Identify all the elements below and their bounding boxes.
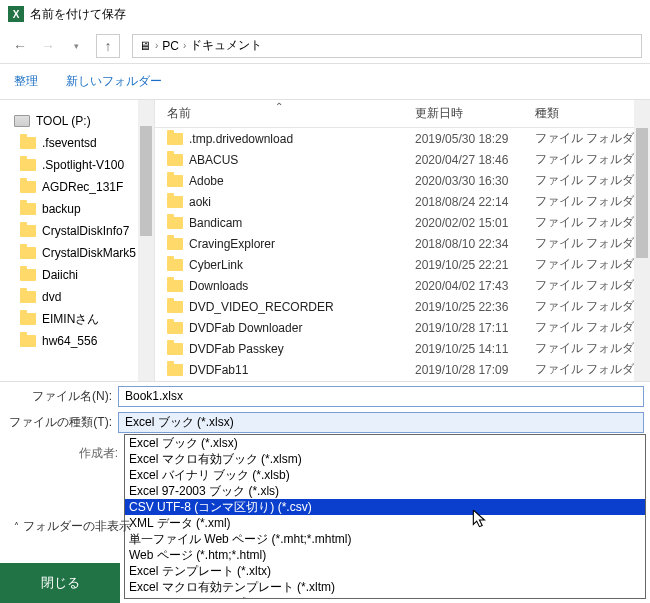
file-name: Downloads (189, 279, 248, 293)
file-type: ファイル フォルダー (535, 193, 650, 210)
breadcrumb[interactable]: 🖥 › PC › ドキュメント (132, 34, 642, 58)
sidebar-item[interactable]: dvd (0, 286, 154, 308)
sort-arrow-icon: ⌃ (275, 101, 283, 112)
file-type: ファイル フォルダー (535, 130, 650, 147)
close-button[interactable]: 閉じる (0, 563, 120, 603)
author-label: 作成者: (6, 445, 118, 462)
sidebar[interactable]: TOOL (P:) .fseventsd.Spotlight-V100AGDRe… (0, 100, 155, 381)
folder-icon (167, 175, 183, 187)
file-type: ファイル フォルダー (535, 319, 650, 336)
forward-button[interactable]: → (36, 34, 60, 58)
folder-icon (20, 181, 36, 193)
filelist-scroll-thumb[interactable] (636, 128, 648, 258)
recent-dropdown[interactable]: ▾ (64, 34, 88, 58)
table-row[interactable]: CravingExplorer2018/08/10 22:34ファイル フォルダ… (155, 233, 650, 254)
filetype-option[interactable]: Excel ブック (*.xlsx) (125, 435, 645, 451)
window-title: 名前を付けて保存 (30, 6, 126, 23)
filetype-option[interactable]: Excel バイナリ ブック (*.xlsb) (125, 467, 645, 483)
folder-icon (167, 238, 183, 250)
filetype-option[interactable]: Excel マクロ有効ブック (*.xlsm) (125, 451, 645, 467)
folder-icon (20, 137, 36, 149)
folder-icon (20, 203, 36, 215)
file-date: 2019/10/25 14:11 (415, 342, 535, 356)
folder-icon (20, 269, 36, 281)
sidebar-item[interactable]: hw64_556 (0, 330, 154, 352)
file-type: ファイル フォルダー (535, 235, 650, 252)
table-row[interactable]: DVDFab Downloader2019/10/28 17:11ファイル フォ… (155, 317, 650, 338)
folder-icon (167, 280, 183, 292)
chevron-right-icon: › (155, 40, 158, 51)
sidebar-item-label: AGDRec_131F (42, 180, 123, 194)
table-row[interactable]: Adobe2020/03/30 16:30ファイル フォルダー (155, 170, 650, 191)
sidebar-item-label: EIMINさん (42, 311, 99, 328)
file-date: 2019/05/30 18:29 (415, 132, 535, 146)
file-name: DVDFab Downloader (189, 321, 302, 335)
filetype-option[interactable]: Excel 97-2003 ブック (*.xls) (125, 483, 645, 499)
sidebar-item[interactable]: CrystalDiskInfo7 (0, 220, 154, 242)
folder-icon (167, 343, 183, 355)
table-row[interactable]: DVDFab112019/10/28 17:09ファイル フォルダー (155, 359, 650, 380)
chevron-up-icon: ˄ (14, 521, 19, 532)
sidebar-item[interactable]: backup (0, 198, 154, 220)
file-date: 2019/10/25 22:36 (415, 300, 535, 314)
filename-input[interactable] (118, 386, 644, 407)
filelist-scrollbar[interactable] (634, 100, 650, 381)
filetype-option[interactable]: Web ページ (*.htm;*.html) (125, 547, 645, 563)
file-date: 2020/02/02 15:01 (415, 216, 535, 230)
table-row[interactable]: .tmp.drivedownload2019/05/30 18:29ファイル フ… (155, 128, 650, 149)
col-date[interactable]: 更新日時 (415, 105, 535, 122)
file-name: DVDFab11 (189, 363, 248, 377)
file-date: 2019/10/25 22:21 (415, 258, 535, 272)
table-row[interactable]: CyberLink2019/10/25 22:21ファイル フォルダー (155, 254, 650, 275)
sidebar-scrollbar[interactable] (138, 100, 154, 381)
breadcrumb-pc[interactable]: PC (162, 39, 179, 53)
filetype-option[interactable]: CSV UTF-8 (コンマ区切り) (*.csv) (125, 499, 645, 515)
folder-icon (20, 291, 36, 303)
table-row[interactable]: DVD_VIDEO_RECORDER2019/10/25 22:36ファイル フ… (155, 296, 650, 317)
col-type[interactable]: 種類 (535, 105, 650, 122)
excel-icon: X (8, 6, 24, 22)
sidebar-item[interactable]: .fseventsd (0, 132, 154, 154)
table-row[interactable]: aoki2018/08/24 22:14ファイル フォルダー (155, 191, 650, 212)
sidebar-item[interactable]: .Spotlight-V100 (0, 154, 154, 176)
file-type: ファイル フォルダー (535, 277, 650, 294)
folder-icon (20, 335, 36, 347)
file-name: DVD_VIDEO_RECORDER (189, 300, 334, 314)
folder-toggle[interactable]: ˄ フォルダーの非表示 (14, 518, 131, 535)
file-name: ABACUS (189, 153, 238, 167)
file-type: ファイル フォルダー (535, 361, 650, 378)
sidebar-scroll-thumb[interactable] (140, 126, 152, 236)
folder-icon (20, 225, 36, 237)
filetype-combobox[interactable]: Excel ブック (*.xlsx) (118, 412, 644, 433)
folder-icon (167, 154, 183, 166)
file-type: ファイル フォルダー (535, 172, 650, 189)
up-button[interactable]: ↑ (96, 34, 120, 58)
column-headers[interactable]: 名前⌃ 更新日時 種類 (155, 100, 650, 128)
file-name: CravingExplorer (189, 237, 275, 251)
filetype-option[interactable]: 単一ファイル Web ページ (*.mht;*.mhtml) (125, 531, 645, 547)
table-row[interactable]: Bandicam2020/02/02 15:01ファイル フォルダー (155, 212, 650, 233)
folder-icon (20, 159, 36, 171)
col-name: 名前⌃ (155, 105, 415, 122)
file-date: 2018/08/24 22:14 (415, 195, 535, 209)
file-name: .tmp.drivedownload (189, 132, 293, 146)
organize-menu[interactable]: 整理 (14, 73, 38, 90)
new-folder-button[interactable]: 新しいフォルダー (66, 73, 162, 90)
sidebar-item[interactable]: EIMINさん (0, 308, 154, 330)
sidebar-item[interactable]: CrystalDiskMark5 (0, 242, 154, 264)
breadcrumb-folder[interactable]: ドキュメント (190, 37, 262, 54)
nav-row: ← → ▾ ↑ 🖥 › PC › ドキュメント (0, 28, 650, 64)
sidebar-item[interactable]: Daiichi (0, 264, 154, 286)
file-type: ファイル フォルダー (535, 256, 650, 273)
file-name: CyberLink (189, 258, 243, 272)
file-type: ファイル フォルダー (535, 214, 650, 231)
file-name: Bandicam (189, 216, 242, 230)
sidebar-item[interactable]: AGDRec_131F (0, 176, 154, 198)
sidebar-drive[interactable]: TOOL (P:) (0, 110, 154, 132)
table-row[interactable]: DVDFab Passkey2019/10/25 14:11ファイル フォルダー (155, 338, 650, 359)
back-button[interactable]: ← (8, 34, 32, 58)
table-row[interactable]: Downloads2020/04/02 17:43ファイル フォルダー (155, 275, 650, 296)
table-row[interactable]: ABACUS2020/04/27 18:46ファイル フォルダー (155, 149, 650, 170)
file-type: ファイル フォルダー (535, 151, 650, 168)
filetype-option[interactable]: XML データ (*.xml) (125, 515, 645, 531)
